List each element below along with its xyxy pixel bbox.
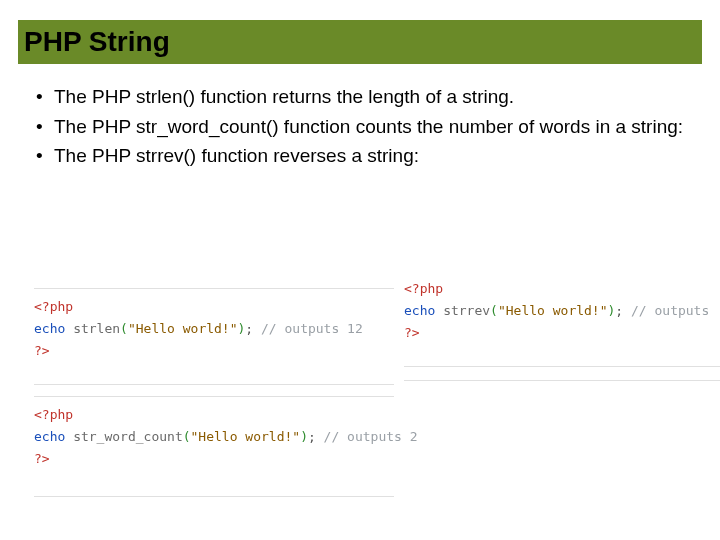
paren: ) [300, 429, 308, 444]
php-open-tag: <?php [34, 299, 73, 314]
semicolon: ; [308, 429, 316, 444]
slide-title: PHP String [24, 26, 170, 58]
divider [34, 384, 394, 385]
code-snippet-strlen: <?php echo strlen("Hello world!"); // ou… [34, 296, 384, 362]
php-open-tag: <?php [404, 281, 443, 296]
function-name: str_word_count [73, 429, 183, 444]
echo-keyword: echo [34, 429, 65, 444]
comment: // outputs !dlrow olleH [631, 303, 720, 318]
php-close-tag: ?> [34, 451, 50, 466]
php-close-tag: ?> [34, 343, 50, 358]
divider [34, 496, 394, 497]
bullet-text: The PHP strrev() function reverses a str… [54, 143, 684, 169]
php-close-tag: ?> [404, 325, 420, 340]
slide: PHP String • The PHP strlen() function r… [0, 20, 720, 540]
divider [34, 288, 394, 289]
bullet-dot-icon: • [36, 143, 54, 169]
bullet-dot-icon: • [36, 114, 54, 140]
bullet-item: • The PHP str_word_count() function coun… [36, 114, 684, 140]
echo-keyword: echo [34, 321, 65, 336]
php-open-tag: <?php [34, 407, 73, 422]
semicolon: ; [615, 303, 623, 318]
divider [404, 380, 720, 381]
string-literal: "Hello world!" [128, 321, 238, 336]
function-name: strrev [443, 303, 490, 318]
comment: // outputs 12 [261, 321, 363, 336]
bullet-item: • The PHP strlen() function returns the … [36, 84, 684, 110]
bullet-text: The PHP str_word_count() function counts… [54, 114, 684, 140]
code-snippet-str-word-count: <?php echo str_word_count("Hello world!"… [34, 404, 384, 470]
semicolon: ; [245, 321, 253, 336]
bullet-dot-icon: • [36, 84, 54, 110]
string-literal: "Hello world!" [498, 303, 608, 318]
paren: ( [490, 303, 498, 318]
bullet-text: The PHP strlen() function returns the le… [54, 84, 684, 110]
divider [34, 396, 394, 397]
comment: // outputs 2 [324, 429, 418, 444]
echo-keyword: echo [404, 303, 435, 318]
bullet-list: • The PHP strlen() function returns the … [36, 84, 684, 169]
paren: ( [183, 429, 191, 444]
code-area: <?php echo strlen("Hello world!"); // ou… [34, 288, 706, 540]
function-name: strlen [73, 321, 120, 336]
title-bar: PHP String [18, 20, 702, 64]
divider [404, 366, 720, 367]
paren: ( [120, 321, 128, 336]
string-literal: "Hello world!" [191, 429, 301, 444]
code-snippet-strrev: <?php echo strrev("Hello world!"); // ou… [404, 278, 720, 344]
bullet-item: • The PHP strrev() function reverses a s… [36, 143, 684, 169]
